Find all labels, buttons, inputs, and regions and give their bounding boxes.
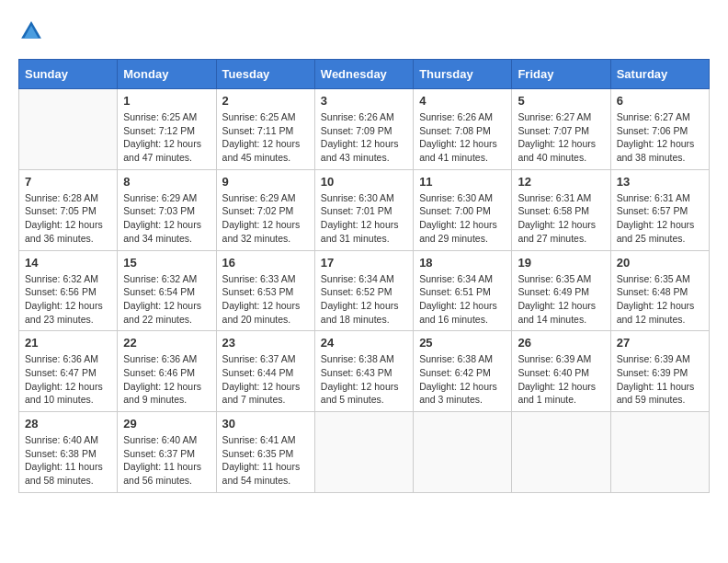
calendar-cell: 28Sunrise: 6:40 AM Sunset: 6:38 PM Dayli… [19, 412, 118, 493]
cell-info: Sunrise: 6:31 AM Sunset: 6:58 PM Dayligh… [518, 191, 604, 246]
day-number: 9 [222, 175, 309, 189]
calendar-cell: 4Sunrise: 6:26 AM Sunset: 7:08 PM Daylig… [414, 89, 512, 170]
day-number: 11 [419, 175, 506, 189]
weekday-header: Tuesday [216, 60, 314, 89]
day-number: 8 [123, 175, 210, 189]
calendar-cell [19, 89, 118, 170]
cell-info: Sunrise: 6:40 AM Sunset: 6:37 PM Dayligh… [123, 433, 210, 488]
day-number: 21 [25, 336, 111, 350]
day-number: 5 [518, 94, 604, 108]
cell-info: Sunrise: 6:25 AM Sunset: 7:12 PM Dayligh… [123, 110, 210, 165]
cell-info: Sunrise: 6:31 AM Sunset: 6:57 PM Dayligh… [617, 191, 703, 246]
calendar-week-row: 14Sunrise: 6:32 AM Sunset: 6:56 PM Dayli… [19, 250, 710, 331]
day-number: 15 [123, 256, 210, 270]
weekday-header: Wednesday [314, 60, 413, 89]
day-number: 20 [617, 256, 703, 270]
cell-info: Sunrise: 6:35 AM Sunset: 6:49 PM Dayligh… [518, 272, 604, 327]
cell-info: Sunrise: 6:32 AM Sunset: 6:54 PM Dayligh… [123, 272, 210, 327]
weekday-header: Sunday [19, 60, 118, 89]
day-number: 4 [419, 94, 506, 108]
day-number: 24 [321, 336, 407, 350]
calendar-table: SundayMondayTuesdayWednesdayThursdayFrid… [18, 59, 710, 493]
day-number: 6 [617, 94, 703, 108]
day-number: 17 [321, 256, 407, 270]
cell-info: Sunrise: 6:28 AM Sunset: 7:05 PM Dayligh… [25, 191, 111, 246]
cell-info: Sunrise: 6:32 AM Sunset: 6:56 PM Dayligh… [25, 272, 111, 327]
calendar-cell [414, 412, 512, 493]
calendar-header-row: SundayMondayTuesdayWednesdayThursdayFrid… [19, 60, 710, 89]
calendar-cell [610, 412, 709, 493]
weekday-header: Friday [512, 60, 610, 89]
day-number: 23 [222, 336, 309, 350]
weekday-header: Thursday [414, 60, 512, 89]
calendar-cell: 29Sunrise: 6:40 AM Sunset: 6:37 PM Dayli… [118, 412, 216, 493]
cell-info: Sunrise: 6:29 AM Sunset: 7:02 PM Dayligh… [222, 191, 309, 246]
weekday-header: Saturday [610, 60, 709, 89]
day-number: 14 [25, 256, 111, 270]
calendar-cell: 5Sunrise: 6:27 AM Sunset: 7:07 PM Daylig… [512, 89, 610, 170]
calendar-cell: 20Sunrise: 6:35 AM Sunset: 6:48 PM Dayli… [610, 250, 709, 331]
cell-info: Sunrise: 6:40 AM Sunset: 6:38 PM Dayligh… [25, 433, 111, 488]
calendar-cell: 2Sunrise: 6:25 AM Sunset: 7:11 PM Daylig… [216, 89, 314, 170]
cell-info: Sunrise: 6:36 AM Sunset: 6:47 PM Dayligh… [25, 352, 111, 407]
cell-info: Sunrise: 6:37 AM Sunset: 6:44 PM Dayligh… [222, 352, 309, 407]
day-number: 18 [419, 256, 506, 270]
calendar-cell: 19Sunrise: 6:35 AM Sunset: 6:49 PM Dayli… [512, 250, 610, 331]
calendar-cell: 7Sunrise: 6:28 AM Sunset: 7:05 PM Daylig… [19, 169, 118, 250]
calendar-week-row: 28Sunrise: 6:40 AM Sunset: 6:38 PM Dayli… [19, 412, 710, 493]
cell-info: Sunrise: 6:41 AM Sunset: 6:35 PM Dayligh… [222, 433, 309, 488]
cell-info: Sunrise: 6:27 AM Sunset: 7:06 PM Dayligh… [617, 110, 703, 165]
cell-info: Sunrise: 6:26 AM Sunset: 7:09 PM Dayligh… [321, 110, 407, 165]
day-number: 13 [617, 175, 703, 189]
cell-info: Sunrise: 6:36 AM Sunset: 6:46 PM Dayligh… [123, 352, 210, 407]
calendar-cell: 6Sunrise: 6:27 AM Sunset: 7:06 PM Daylig… [610, 89, 709, 170]
calendar-cell: 27Sunrise: 6:39 AM Sunset: 6:39 PM Dayli… [610, 331, 709, 412]
day-number: 27 [617, 336, 703, 350]
cell-info: Sunrise: 6:38 AM Sunset: 6:43 PM Dayligh… [321, 352, 407, 407]
logo-icon [18, 18, 44, 44]
calendar-cell: 21Sunrise: 6:36 AM Sunset: 6:47 PM Dayli… [19, 331, 118, 412]
day-number: 1 [123, 94, 210, 108]
cell-info: Sunrise: 6:26 AM Sunset: 7:08 PM Dayligh… [419, 110, 506, 165]
calendar-cell: 10Sunrise: 6:30 AM Sunset: 7:01 PM Dayli… [314, 169, 413, 250]
calendar-cell: 13Sunrise: 6:31 AM Sunset: 6:57 PM Dayli… [610, 169, 709, 250]
calendar-week-row: 7Sunrise: 6:28 AM Sunset: 7:05 PM Daylig… [19, 169, 710, 250]
calendar-cell: 15Sunrise: 6:32 AM Sunset: 6:54 PM Dayli… [118, 250, 216, 331]
cell-info: Sunrise: 6:30 AM Sunset: 7:01 PM Dayligh… [321, 191, 407, 246]
cell-info: Sunrise: 6:29 AM Sunset: 7:03 PM Dayligh… [123, 191, 210, 246]
calendar-cell: 18Sunrise: 6:34 AM Sunset: 6:51 PM Dayli… [414, 250, 512, 331]
day-number: 7 [25, 175, 111, 189]
cell-info: Sunrise: 6:34 AM Sunset: 6:51 PM Dayligh… [419, 272, 506, 327]
calendar-cell: 24Sunrise: 6:38 AM Sunset: 6:43 PM Dayli… [314, 331, 413, 412]
calendar-cell: 30Sunrise: 6:41 AM Sunset: 6:35 PM Dayli… [216, 412, 314, 493]
calendar-cell: 3Sunrise: 6:26 AM Sunset: 7:09 PM Daylig… [314, 89, 413, 170]
cell-info: Sunrise: 6:30 AM Sunset: 7:00 PM Dayligh… [419, 191, 506, 246]
day-number: 29 [123, 417, 210, 431]
cell-info: Sunrise: 6:39 AM Sunset: 6:39 PM Dayligh… [617, 352, 703, 407]
calendar-cell: 9Sunrise: 6:29 AM Sunset: 7:02 PM Daylig… [216, 169, 314, 250]
calendar-cell: 11Sunrise: 6:30 AM Sunset: 7:00 PM Dayli… [414, 169, 512, 250]
day-number: 16 [222, 256, 309, 270]
cell-info: Sunrise: 6:34 AM Sunset: 6:52 PM Dayligh… [321, 272, 407, 327]
logo [18, 18, 48, 44]
cell-info: Sunrise: 6:33 AM Sunset: 6:53 PM Dayligh… [222, 272, 309, 327]
calendar-cell: 8Sunrise: 6:29 AM Sunset: 7:03 PM Daylig… [118, 169, 216, 250]
day-number: 25 [419, 336, 506, 350]
day-number: 2 [222, 94, 309, 108]
day-number: 19 [518, 256, 604, 270]
cell-info: Sunrise: 6:38 AM Sunset: 6:42 PM Dayligh… [419, 352, 506, 407]
cell-info: Sunrise: 6:27 AM Sunset: 7:07 PM Dayligh… [518, 110, 604, 165]
calendar-cell: 26Sunrise: 6:39 AM Sunset: 6:40 PM Dayli… [512, 331, 610, 412]
day-number: 30 [222, 417, 309, 431]
day-number: 12 [518, 175, 604, 189]
calendar-cell [314, 412, 413, 493]
calendar-cell: 22Sunrise: 6:36 AM Sunset: 6:46 PM Dayli… [118, 331, 216, 412]
weekday-header: Monday [118, 60, 216, 89]
day-number: 28 [25, 417, 111, 431]
day-number: 10 [321, 175, 407, 189]
cell-info: Sunrise: 6:25 AM Sunset: 7:11 PM Dayligh… [222, 110, 309, 165]
calendar-cell: 17Sunrise: 6:34 AM Sunset: 6:52 PM Dayli… [314, 250, 413, 331]
calendar-week-row: 1Sunrise: 6:25 AM Sunset: 7:12 PM Daylig… [19, 89, 710, 170]
day-number: 26 [518, 336, 604, 350]
cell-info: Sunrise: 6:35 AM Sunset: 6:48 PM Dayligh… [617, 272, 703, 327]
